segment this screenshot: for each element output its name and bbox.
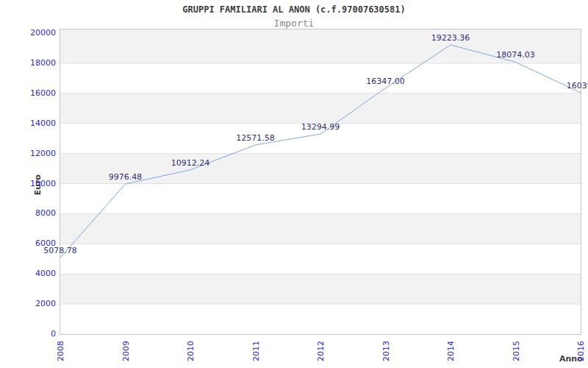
x-tick-label: 2009 — [121, 341, 130, 361]
plot-band — [60, 184, 581, 214]
point-value-label: 16347.00 — [366, 77, 405, 86]
point-value-label: 18074.03 — [496, 50, 535, 60]
plot-band — [60, 93, 581, 124]
plot-area — [60, 29, 581, 335]
x-tick-label: 2013 — [381, 341, 390, 361]
x-tick-label: 2015 — [511, 341, 520, 361]
y-tick-label: 16000 — [12, 88, 56, 98]
plot-band — [60, 63, 581, 93]
line-chart — [60, 29, 581, 334]
point-value-label: 10912.24 — [171, 158, 210, 168]
y-tick-label: 12000 — [12, 149, 56, 158]
point-value-label: 12571.58 — [236, 133, 275, 143]
y-tick-label: 2000 — [12, 299, 56, 308]
chart-page: GRUPPI FAMILIARI AL ANON (c.f.9700763058… — [0, 0, 588, 368]
x-tick-label: 2011 — [251, 341, 260, 361]
y-tick-label: 14000 — [12, 118, 56, 128]
y-tick-label: 0 — [12, 329, 56, 339]
y-tick-label: 20000 — [12, 28, 56, 38]
plot-band — [60, 304, 581, 334]
y-tick-label: 8000 — [12, 208, 56, 218]
y-tick-label: 4000 — [12, 269, 56, 278]
x-tick-label: 2010 — [186, 341, 196, 361]
point-value-label: 9976.48 — [109, 172, 143, 182]
plot-band — [60, 213, 581, 244]
point-value-label: 13294.99 — [301, 122, 340, 132]
x-tick-label: 2012 — [316, 341, 326, 361]
point-value-label: 19223.36 — [431, 33, 470, 43]
x-tick-label: 2016 — [576, 341, 586, 361]
plot-band — [60, 244, 581, 274]
y-tick-label: 10000 — [12, 179, 56, 188]
chart-title: GRUPPI FAMILIARI AL ANON (c.f.9700763058… — [0, 4, 588, 15]
y-tick-label: 18000 — [12, 58, 56, 68]
plot-band — [60, 274, 581, 304]
x-tick-label: 2008 — [56, 341, 65, 361]
point-value-label: 16039. — [567, 81, 588, 91]
x-tick-label: 2014 — [446, 341, 456, 361]
chart-subtitle: Importi — [0, 18, 588, 29]
point-value-label: 5078.78 — [43, 246, 77, 255]
